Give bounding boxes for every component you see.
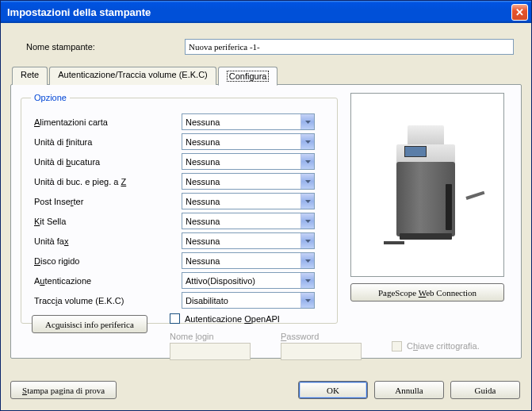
tab-label: Autenticazione/Traccia volume (E.K.C): [58, 70, 208, 79]
password-label: Password: [281, 332, 362, 341]
option-dropdown[interactable]: Nessuna: [182, 153, 315, 170]
login-label: Nome login: [170, 332, 251, 341]
chevron-down-icon: [300, 114, 314, 129]
dropdown-value: Nessuna: [182, 256, 300, 266]
openapi-checkbox-label: Autenticazione OpenAPI: [185, 314, 280, 324]
option-label: Disco rigido: [31, 256, 182, 266]
password-field: Password: [281, 332, 362, 360]
option-group-legend: Opzione: [31, 93, 70, 102]
option-row: Unità di buc. e pieg. a ZNessuna: [31, 173, 327, 190]
option-row: Unità di finituraNessuna: [31, 133, 327, 150]
login-input: [170, 343, 251, 360]
chevron-down-icon: [300, 174, 314, 189]
help-button[interactable]: Guida: [450, 381, 520, 399]
option-label: Traccia volume (E.K.C): [31, 296, 182, 305]
tab-label: Rete: [21, 70, 39, 79]
option-group: Opzione Alimentazioni cartaNessunaUnità …: [21, 93, 338, 324]
option-label: Unità di bucatura: [31, 157, 182, 167]
option-dropdown[interactable]: Nessuna: [182, 213, 315, 229]
acquire-info-wrap: Acquisisci info periferica: [32, 315, 147, 333]
chevron-down-icon: [300, 293, 314, 308]
device-preview: [350, 93, 504, 277]
option-row: AutenticazioneAttivo(Dispositivo): [31, 272, 327, 289]
chevron-down-icon: [300, 194, 314, 209]
chevron-down-icon: [300, 273, 314, 288]
chevron-down-icon: [300, 213, 314, 229]
tab-rete[interactable]: Rete: [12, 67, 48, 85]
option-label: Unità di buc. e pieg. a Z: [31, 177, 182, 186]
option-row: Post InserterNessuna: [31, 193, 327, 209]
printer-name-row: Nome stampante:: [26, 39, 514, 55]
button-label: Acquisisci info periferica: [45, 320, 134, 329]
printer-name-label: Nome stampante:: [26, 42, 185, 52]
dropdown-value: Nessuna: [182, 177, 300, 186]
chevron-down-icon: [300, 233, 314, 248]
login-field: Nome login: [170, 332, 251, 360]
close-button[interactable]: ✕: [511, 4, 528, 21]
option-label: Autenticazione: [31, 276, 182, 286]
option-row: Traccia volume (E.K.C)Disabilitato: [31, 292, 327, 309]
openapi-fields: Nome login Password: [170, 332, 501, 360]
button-label: Guida: [475, 386, 496, 395]
tabs: Rete Autenticazione/Traccia volume (E.K.…: [10, 66, 522, 359]
content-area: Nome stampante: Rete Autenticazione/Trac…: [1, 23, 531, 410]
dropdown-value: Nessuna: [182, 197, 300, 206]
option-label: Alimentazioni carta: [31, 117, 182, 127]
acquire-device-info-button[interactable]: Acquisisci info periferica: [32, 315, 147, 333]
button-label: OK: [327, 386, 339, 395]
option-row: Unità faxNessuna: [31, 232, 327, 249]
password-input: [281, 343, 362, 360]
option-dropdown[interactable]: Nessuna: [182, 113, 315, 130]
option-dropdown[interactable]: Nessuna: [182, 193, 315, 209]
openapi-checkbox[interactable]: [170, 313, 180, 324]
option-row: Kit SellaNessuna: [31, 213, 327, 229]
option-dropdown[interactable]: Attivo(Dispositivo): [182, 272, 315, 289]
chevron-down-icon: [300, 253, 314, 268]
option-label: Post Inserter: [31, 197, 182, 206]
option-dropdown[interactable]: Nessuna: [182, 133, 315, 150]
printer-illustration: [384, 125, 471, 244]
right-column: PageScope Web Connection: [350, 93, 504, 302]
cancel-button[interactable]: Annulla: [374, 381, 444, 399]
option-label: Unità fax: [31, 236, 182, 246]
tab-configura[interactable]: Configura: [218, 67, 278, 86]
option-dropdown[interactable]: Disabilitato: [182, 292, 315, 309]
dropdown-value: Nessuna: [182, 137, 300, 147]
tab-panel-configura: Opzione Alimentazioni cartaNessunaUnità …: [10, 84, 522, 359]
button-label: PageScope Web Connection: [378, 288, 477, 298]
option-row: Disco rigidoNessuna: [31, 252, 327, 269]
option-dropdown[interactable]: Nessuna: [182, 232, 315, 249]
option-label: Unità di finitura: [31, 137, 182, 147]
openapi-checkbox-row: Autenticazione OpenAPI: [170, 313, 501, 324]
openapi-auth-zone: Autenticazione OpenAPI Nome login: [170, 313, 501, 360]
option-dropdown[interactable]: Nessuna: [182, 252, 315, 269]
tab-label: Configura: [227, 71, 270, 82]
crypt-label: Chiave crittografia.: [407, 341, 480, 351]
print-test-page-button[interactable]: Stampa pagina di prova: [10, 381, 117, 399]
dropdown-value: Nessuna: [182, 236, 300, 246]
crypt-field: Chiave crittografia.: [392, 332, 480, 360]
dropdown-value: Disabilitato: [182, 296, 300, 305]
window-title: Impostazioni della stampante: [7, 6, 511, 18]
dropdown-value: Nessuna: [182, 157, 300, 167]
tab-auth-tracking[interactable]: Autenticazione/Traccia volume (E.K.C): [49, 67, 216, 85]
footer: Stampa pagina di prova OK Annulla Guida: [10, 381, 520, 399]
dropdown-value: Nessuna: [182, 117, 300, 127]
close-icon: ✕: [515, 6, 524, 18]
option-row: Alimentazioni cartaNessuna: [31, 113, 327, 130]
ok-button[interactable]: OK: [298, 381, 368, 399]
chevron-down-icon: [300, 154, 314, 169]
printer-name-input[interactable]: [185, 39, 514, 55]
printer-settings-window: Impostazioni della stampante ✕ Nome stam…: [0, 0, 532, 411]
button-label: Stampa pagina di prova: [22, 386, 105, 395]
tab-strip: Rete Autenticazione/Traccia volume (E.K.…: [10, 66, 522, 84]
option-dropdown[interactable]: Nessuna: [182, 173, 315, 190]
option-label: Kit Sella: [31, 217, 182, 226]
option-row: Unità di bucaturaNessuna: [31, 153, 327, 170]
pagescope-button[interactable]: PageScope Web Connection: [350, 283, 504, 302]
button-label: Annulla: [395, 386, 423, 395]
dropdown-value: Nessuna: [182, 217, 300, 226]
titlebar: Impostazioni della stampante ✕: [1, 1, 531, 23]
chevron-down-icon: [300, 134, 314, 149]
crypt-checkbox: [392, 341, 402, 351]
